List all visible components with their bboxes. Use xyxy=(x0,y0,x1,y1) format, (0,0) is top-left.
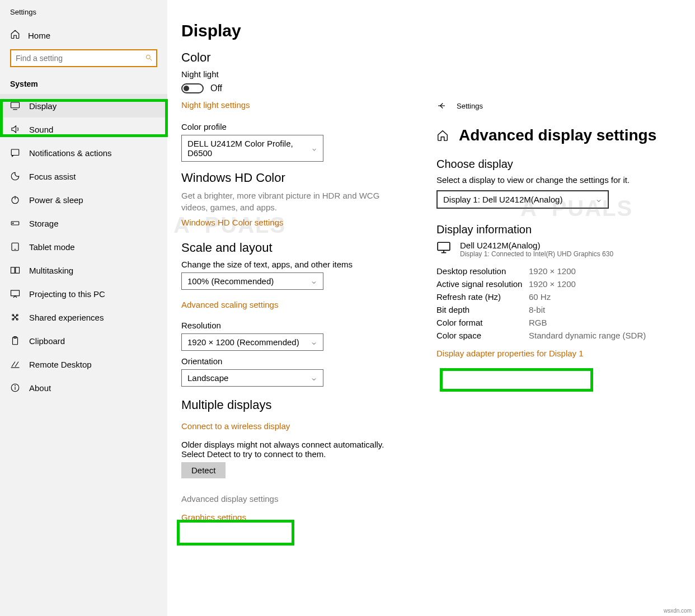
chevron-down-icon xyxy=(311,278,317,285)
connect-wireless-link[interactable]: Connect to a wireless display xyxy=(181,421,290,431)
sidebar-item-label: Display xyxy=(29,101,57,111)
sidebar-item-label: Tablet mode xyxy=(29,242,75,252)
display-select-value: Display 1: Dell U2412M(Analog) xyxy=(443,195,562,204)
sound-icon xyxy=(10,124,20,134)
choose-display-sub: Select a display to view or change the s… xyxy=(436,175,688,185)
color-heading: Color xyxy=(181,50,678,65)
svg-point-8 xyxy=(13,223,14,224)
section-system: System xyxy=(0,76,167,94)
clipboard-icon xyxy=(10,336,20,346)
multitasking-icon xyxy=(10,265,20,275)
sidebar-item-label: Storage xyxy=(29,219,59,228)
color-profile-value: DELL U2412M Color Profile, D6500 xyxy=(187,139,311,158)
svg-rect-11 xyxy=(11,267,15,274)
night-light-status: Off xyxy=(210,83,222,93)
home-label: Home xyxy=(28,31,50,40)
resolution-value: 1920 × 1200 (Recommended) xyxy=(187,337,299,347)
display-icon xyxy=(10,101,20,111)
sidebar-item-label: Multitasking xyxy=(29,266,73,275)
sidebar-item-label: About xyxy=(29,383,51,393)
sidebar-item-label: Notifications & actions xyxy=(29,148,112,158)
sidebar: Settings Home System Display Sound Notif… xyxy=(0,0,168,616)
display-select-dropdown[interactable]: Display 1: Dell U2412M(Analog) xyxy=(436,190,609,209)
sidebar-item-projecting[interactable]: Projecting to this PC xyxy=(0,282,167,305)
sidebar-item-label: Remote Desktop xyxy=(29,360,92,369)
chevron-down-icon xyxy=(311,339,317,346)
chevron-down-icon xyxy=(311,375,317,382)
info-row: Bit depth8-bit xyxy=(436,303,688,316)
focus-icon xyxy=(10,171,20,181)
sidebar-item-remote[interactable]: Remote Desktop xyxy=(0,352,167,376)
sidebar-item-label: Power & sleep xyxy=(29,195,83,205)
chevron-down-icon xyxy=(595,196,602,203)
sidebar-item-sound[interactable]: Sound xyxy=(0,117,167,141)
display-info-table: Desktop resolution1920 × 1200 Active sig… xyxy=(436,265,688,342)
back-label: Settings xyxy=(457,102,483,110)
remote-icon xyxy=(10,359,20,369)
monitor-sub: Display 1: Connected to Intel(R) UHD Gra… xyxy=(460,250,613,258)
night-light-label: Night light xyxy=(181,69,678,79)
monitor-name: Dell U2412M(Analog) xyxy=(460,241,613,250)
sidebar-item-notifications[interactable]: Notifications & actions xyxy=(0,141,167,164)
sidebar-item-tablet[interactable]: Tablet mode xyxy=(0,235,167,258)
graphics-settings-link[interactable]: Graphics settings xyxy=(181,512,246,522)
notifications-icon xyxy=(10,148,20,158)
page-title: Display xyxy=(181,21,678,40)
color-profile-dropdown[interactable]: DELL U2412M Color Profile, D6500 xyxy=(181,135,323,162)
svg-rect-4 xyxy=(11,149,19,156)
choose-display-heading: Choose display xyxy=(436,158,688,171)
night-light-toggle[interactable] xyxy=(181,83,204,93)
chevron-down-icon xyxy=(311,145,317,152)
projecting-icon xyxy=(10,289,20,299)
svg-rect-2 xyxy=(11,102,20,108)
svg-point-23 xyxy=(15,385,16,386)
info-row: Color spaceStandard dynamic range (SDR) xyxy=(436,329,688,342)
hd-desc: Get a brighter, more vibrant picture in … xyxy=(181,190,405,213)
sidebar-item-display[interactable]: Display xyxy=(0,94,167,117)
storage-icon xyxy=(10,218,20,228)
search-wrap xyxy=(10,49,157,67)
shared-icon xyxy=(10,312,20,322)
advanced-title: Advanced display settings xyxy=(459,126,656,144)
orientation-dropdown[interactable]: Landscape xyxy=(181,369,323,387)
power-icon xyxy=(10,195,20,205)
home-icon xyxy=(10,29,20,39)
sidebar-item-label: Clipboard xyxy=(29,336,65,346)
search-input[interactable] xyxy=(10,49,157,67)
back-arrow-icon[interactable] xyxy=(436,101,447,111)
detect-button[interactable]: Detect xyxy=(181,462,226,478)
multi-heading: Multiple displays xyxy=(181,398,678,412)
info-row: Desktop resolution1920 × 1200 xyxy=(436,265,688,278)
sidebar-item-storage[interactable]: Storage xyxy=(0,211,167,235)
advanced-display-panel: Settings Advanced display settings Choos… xyxy=(436,101,688,363)
svg-rect-24 xyxy=(438,242,450,250)
svg-rect-12 xyxy=(16,267,20,274)
info-row: Color formatRGB xyxy=(436,316,688,329)
info-row: Refresh rate (Hz)60 Hz xyxy=(436,290,688,303)
search-icon xyxy=(145,54,153,62)
hd-color-link[interactable]: Windows HD Color settings xyxy=(181,218,284,227)
sidebar-item-clipboard[interactable]: Clipboard xyxy=(0,329,167,352)
sidebar-item-multitasking[interactable]: Multitasking xyxy=(0,258,167,282)
night-light-settings-link[interactable]: Night light settings xyxy=(181,100,250,110)
sidebar-item-about[interactable]: About xyxy=(0,376,167,399)
adapter-properties-link[interactable]: Display adapter properties for Display 1 xyxy=(436,349,584,358)
svg-point-0 xyxy=(146,55,150,59)
monitor-icon xyxy=(436,241,451,253)
window-title: Settings xyxy=(0,6,167,22)
info-row: Active signal resolution1920 × 1200 xyxy=(436,278,688,290)
sidebar-item-label: Projecting to this PC xyxy=(29,289,105,299)
advanced-scaling-link[interactable]: Advanced scaling settings xyxy=(181,300,278,309)
home-icon[interactable] xyxy=(436,129,449,142)
footer-credit: wsxdn.com xyxy=(664,608,692,614)
sidebar-item-power[interactable]: Power & sleep xyxy=(0,188,167,211)
advanced-display-link[interactable]: Advanced display settings xyxy=(181,494,278,504)
resolution-dropdown[interactable]: 1920 × 1200 (Recommended) xyxy=(181,333,323,351)
svg-line-1 xyxy=(150,59,152,61)
sidebar-item-focus[interactable]: Focus assist xyxy=(0,164,167,188)
scale-dropdown[interactable]: 100% (Recommended) xyxy=(181,272,323,290)
home-button[interactable]: Home xyxy=(0,22,167,46)
sidebar-item-shared[interactable]: Shared experiences xyxy=(0,305,167,329)
display-info-heading: Display information xyxy=(436,223,688,236)
scale-value: 100% (Recommended) xyxy=(187,276,274,286)
